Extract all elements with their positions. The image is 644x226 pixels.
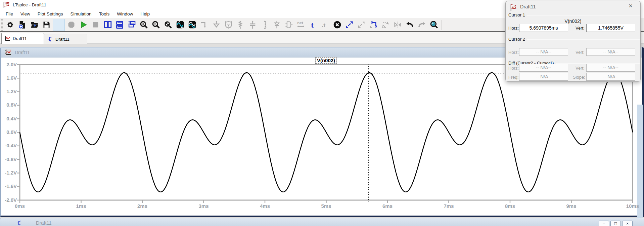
menu-item-plot-settings[interactable]: Plot Settings bbox=[34, 10, 67, 17]
tile-vertical-icon[interactable] bbox=[102, 19, 113, 31]
waveform-tab-icon bbox=[5, 36, 10, 41]
menu-item-view[interactable]: View bbox=[17, 10, 34, 17]
drag-icon bbox=[356, 19, 367, 31]
trace-label[interactable]: V(n002) bbox=[315, 57, 337, 64]
close-button[interactable]: × bbox=[622, 221, 633, 226]
undo-icon[interactable] bbox=[404, 19, 415, 31]
component-icon bbox=[283, 19, 294, 31]
schematic-window-titlebar[interactable]: Draft11 – □ × bbox=[0, 218, 644, 226]
diff-freq-label: Freq: bbox=[508, 75, 518, 80]
minimize-button[interactable]: – bbox=[599, 221, 609, 226]
x-axis-label: 7ms bbox=[444, 203, 454, 209]
save-icon[interactable] bbox=[41, 19, 52, 31]
svg-text:t: t bbox=[311, 21, 314, 29]
cursor-panel-title: Draft11 bbox=[520, 4, 536, 9]
y-axis-label: 2.0V bbox=[1, 62, 17, 67]
ltspice-logo-icon: LT bbox=[3, 1, 10, 8]
y-axis-label: 0.0V bbox=[1, 129, 17, 135]
zoom-extents-icon[interactable] bbox=[162, 19, 174, 31]
halt-icon bbox=[90, 19, 101, 31]
cursor-readout-panel[interactable]: LT Draft11 × Cursor 1 V(n002) Horz: 5.69… bbox=[505, 1, 641, 82]
ltspice-app: LT LTspice - Draft11 FileViewPlot Settin… bbox=[0, 0, 644, 226]
redo-icon bbox=[416, 19, 427, 31]
cursor2-vert-label: Vert: bbox=[576, 50, 585, 55]
settings-gear-icon[interactable] bbox=[4, 19, 16, 31]
text-icon[interactable]: t bbox=[307, 19, 319, 31]
diff-horz-label: Horz: bbox=[508, 66, 519, 71]
menu-item-window[interactable]: Window bbox=[113, 10, 137, 17]
cursor1-trace-name: V(n002) bbox=[506, 18, 640, 24]
diff-slope-label: Slope: bbox=[573, 75, 585, 80]
zoom-out-icon[interactable] bbox=[150, 19, 162, 31]
x-axis-label: 10ms bbox=[626, 203, 639, 209]
cursor2-group-label: Cursor 2 bbox=[508, 37, 527, 42]
close-icon[interactable]: × bbox=[627, 2, 635, 10]
menu-item-tools[interactable]: Tools bbox=[95, 10, 113, 17]
toolbar-grip[interactable] bbox=[1, 19, 3, 31]
tab-label: Draft11 bbox=[55, 37, 70, 42]
y-axis-label: -1.6V bbox=[1, 183, 17, 189]
label-net-icon bbox=[223, 19, 234, 31]
y-axis-label: 0.4V bbox=[1, 116, 17, 121]
tile-horizontal-icon[interactable] bbox=[114, 19, 125, 31]
cursor2-vert-value: -- N/A-- bbox=[586, 48, 635, 56]
y-axis-label: -0.8V bbox=[1, 156, 17, 162]
menu-item-file[interactable]: File bbox=[2, 10, 17, 17]
wire-icon bbox=[198, 19, 210, 31]
waveform-pane-icon[interactable] bbox=[186, 19, 198, 31]
menu-item-help[interactable]: Help bbox=[137, 10, 153, 17]
x-axis-label: 6ms bbox=[382, 203, 393, 209]
run-icon[interactable] bbox=[78, 19, 89, 31]
svg-text:t: t bbox=[323, 22, 325, 29]
y-axis-label: -1.2V bbox=[1, 170, 17, 176]
spice-directive-icon: t bbox=[319, 19, 331, 31]
netlist-icon: net bbox=[295, 19, 307, 31]
y-axis-label: 0.8V bbox=[1, 102, 17, 108]
tab-draft11-schematic[interactable]: Draft11 bbox=[44, 34, 87, 44]
zoom-in-icon[interactable] bbox=[138, 19, 149, 31]
resistor-icon bbox=[235, 19, 246, 31]
schematic-tab-icon bbox=[47, 36, 53, 42]
maximize-button[interactable]: □ bbox=[610, 221, 621, 226]
window-title: LTspice - Draft11 bbox=[13, 2, 46, 7]
x-axis-label: 0ms bbox=[15, 203, 25, 209]
ground-icon bbox=[211, 19, 222, 31]
rotate-icon bbox=[380, 19, 391, 31]
stretch-wire-icon[interactable] bbox=[368, 19, 379, 31]
mirror-icon bbox=[392, 19, 403, 31]
cursor1-horz-value[interactable]: 5.6907895ms bbox=[519, 24, 568, 32]
cursor1-vert-value[interactable]: 1.7465855V bbox=[586, 24, 635, 32]
diff-vert-label: Vert: bbox=[576, 66, 585, 71]
cursor1-horz-label: Horz: bbox=[508, 26, 519, 31]
svg-text:LT: LT bbox=[512, 5, 515, 8]
toolbar-separator bbox=[442, 20, 442, 30]
cursor1-group-label: Cursor 1 bbox=[508, 12, 527, 17]
new-schematic-icon[interactable] bbox=[16, 19, 28, 31]
x-axis-label: 3ms bbox=[198, 203, 209, 209]
move-icon[interactable] bbox=[343, 19, 355, 31]
autorange-y-icon[interactable] bbox=[174, 19, 186, 31]
diff-slope-value: -- N/A-- bbox=[586, 73, 635, 81]
waveform-window-title: Draft11 bbox=[15, 50, 30, 55]
diff-horz-value: -- N/A-- bbox=[519, 64, 568, 72]
delete-icon[interactable] bbox=[331, 19, 343, 31]
empty-highlighted-button[interactable] bbox=[53, 19, 65, 31]
schematic-window-title: Draft11 bbox=[36, 220, 51, 226]
stop-sign-icon bbox=[65, 19, 77, 31]
diode-icon bbox=[271, 19, 282, 31]
tab-draft11-waveform[interactable]: Draft11 bbox=[1, 33, 44, 44]
x-axis-label: 5ms bbox=[321, 203, 331, 209]
waveform-window-icon bbox=[5, 49, 11, 55]
menu-item-simulation[interactable]: Simulation bbox=[67, 10, 95, 17]
x-axis-label: 4ms bbox=[260, 203, 270, 209]
y-axis-label: 1.6V bbox=[1, 75, 17, 81]
tab-label: Draft11 bbox=[13, 36, 27, 41]
open-file-icon[interactable] bbox=[29, 19, 40, 31]
cursor2-horz-label: Horz: bbox=[508, 50, 519, 55]
svg-text:LT: LT bbox=[5, 3, 8, 6]
search-icon[interactable] bbox=[428, 19, 440, 31]
x-axis-label: 9ms bbox=[566, 203, 576, 209]
cascade-windows-icon[interactable] bbox=[126, 19, 137, 31]
x-axis-label: 2ms bbox=[137, 203, 147, 209]
inductor-icon bbox=[259, 19, 270, 31]
